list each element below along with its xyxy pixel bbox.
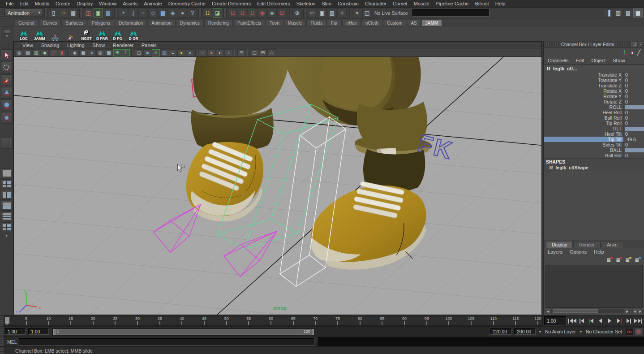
multisample-aa-icon[interactable]: ◐ [216,49,224,56]
grease-frames-icon[interactable]: ▮ [58,49,66,56]
move-layer-down-icon[interactable]: ≣ [614,257,622,263]
scale-tool-button[interactable] [1,112,13,124]
animation-start-field[interactable]: 1.00 [5,328,26,335]
channel-value-field[interactable] [623,104,644,110]
shelf-tab-polygons[interactable]: Polygons [88,20,114,26]
bookmark-icon[interactable]: ◆ [41,49,49,56]
range-slider-grip[interactable] [0,327,4,337]
channel-value-field[interactable] [623,147,644,153]
create-layer-from-selected-icon[interactable]: ≣ [633,257,640,263]
film-gate-icon[interactable]: ◈ [71,49,79,56]
rotate-tool-button[interactable] [1,99,13,111]
snap-to-view-plane-icon[interactable]: Ω [277,9,287,17]
channel-value-field[interactable]: 0 [623,131,644,137]
channel-box-toggle-icon[interactable]: ▦ [633,9,643,17]
shelf-item-d-or[interactable]: D OR [126,27,141,41]
menu-edit-deformers[interactable]: Edit Deformers [254,1,293,6]
hypershade-persp-layout-button[interactable] [1,222,13,232]
camera-settings-icon[interactable]: ▤ [24,49,32,56]
channel-row-tip-tilt[interactable]: Tip Tilt-49.6 [544,137,644,142]
panel-menu-shading[interactable]: Shading [37,43,63,48]
help-line-icon[interactable]: ? [188,9,197,17]
channel-label[interactable]: Tip Tilt [544,137,623,142]
menu-modify[interactable]: Modify [32,1,52,6]
select-tool-button[interactable] [1,49,13,61]
edit-mode-icon[interactable]: ╱ [637,49,640,56]
animation-preferences-button[interactable] [635,328,643,336]
channel-box-menu-show[interactable]: Show [613,58,632,63]
select-rendering-icon[interactable]: ● [178,9,187,17]
render-current-frame-icon[interactable]: ▣ [318,9,327,17]
select-by-component-type-icon[interactable]: ▩ [103,9,113,17]
depth-of-field-icon[interactable]: ◑ [224,49,232,56]
heads-up-display-icon[interactable]: T [122,49,130,56]
speed-state-icon[interactable]: ◐ [631,49,635,56]
menu-pipeline-cache[interactable]: Pipeline Cache [433,1,472,6]
channel-value-field[interactable]: 0 [623,121,644,126]
shadows-icon[interactable]: ● [186,49,194,56]
menu-constrain[interactable]: Constrain [335,1,362,6]
manipulator-icon[interactable] [621,49,628,56]
layer-list-area[interactable] [545,265,643,308]
snap-to-grid-icon[interactable]: Ω [228,9,237,17]
channel-row-tip-roll[interactable]: Tip Roll0 [544,121,644,126]
snap-to-projected-center-icon[interactable]: ◉ [258,9,267,17]
character-left-leg[interactable] [186,57,290,221]
step-forward-one-frame-button[interactable] [615,317,623,325]
channel-row-translate-x[interactable]: Translate X0 [544,72,644,78]
shelf-tab-fluids[interactable]: Fluids [306,20,326,26]
menu-skin[interactable]: Skin [318,1,334,6]
shape-node-name[interactable]: R_legIk_ctlShape [544,164,644,171]
shelf-tab-animation[interactable]: Animation [147,20,175,26]
range-slider-bar[interactable] [53,329,314,335]
status-line-separator[interactable] [198,9,202,17]
panel-menu-show[interactable]: Show [89,43,109,48]
select-dynamics-icon[interactable]: ◈ [168,9,177,17]
screen-space-ao-icon[interactable]: ◌ [199,49,207,56]
play-forwards-button[interactable] [605,317,614,325]
character-right-leg[interactable] [281,57,431,270]
status-line-separator[interactable] [288,9,291,17]
smooth-shade-icon[interactable]: ■ [143,49,151,56]
render-settings-icon[interactable]: ≡ [337,9,347,17]
shelf-tab-toon[interactable]: Toon [266,20,283,26]
shelf-tab-fur[interactable]: Fur [327,20,342,26]
lock-selection-icon[interactable]: Ω [203,9,212,17]
bounding-box-icon[interactable]: × [152,49,160,56]
shelf-item-d-par[interactable]: D PAR [94,27,110,41]
menu-file[interactable]: File [3,1,17,6]
channel-label[interactable]: Translate Z [544,83,623,88]
tool-settings-toggle-icon[interactable]: ▤ [623,9,633,17]
viewport-3d-view[interactable]: IK [14,57,541,315]
layer-scrollbar-thumb[interactable] [553,309,597,313]
status-line-separator[interactable] [79,9,82,17]
shelf-item-loc[interactable]: LOC [16,27,31,41]
command-line-grip[interactable] [0,337,4,346]
shelf-tab-ncloth[interactable]: nCloth [361,20,382,26]
range-slider[interactable]: 1 120 [52,328,315,336]
help-line-grip[interactable] [0,347,4,354]
menu-animate[interactable]: Animate [141,1,165,6]
menu-bifrost[interactable]: Bifrost [472,1,492,6]
layout-menu-button[interactable]: ▼ [1,233,13,238]
channel-label[interactable]: TILT [544,126,623,131]
current-time-field[interactable]: 1.00 [544,316,567,325]
channel-row-translate-z[interactable]: Translate Z0 [544,83,644,88]
step-back-one-key-button[interactable] [577,317,586,325]
shelf-tab-curves[interactable]: Curves [39,20,61,26]
channel-value-field[interactable] [623,126,644,131]
attribute-editor-toggle-icon[interactable]: ▥ [614,9,623,17]
channel-row-heel-roll[interactable]: Heel Roll0 [544,110,644,115]
select-by-name-icon[interactable]: ◱ [362,9,372,17]
channel-label[interactable]: Heel Tilt [544,131,623,137]
menu-geometry-cache[interactable]: Geometry Cache [165,1,209,6]
select-by-object-type-icon[interactable]: ▣ [94,9,103,17]
layer-tab-anim[interactable]: Anim [601,241,623,248]
step-back-one-frame-button[interactable] [587,317,595,325]
channel-row-rotate-y[interactable]: Rotate Y0 [544,94,644,99]
status-line-separator[interactable] [303,9,306,17]
channel-row-translate-y[interactable]: Translate Y0 [544,78,644,83]
status-line-grip[interactable] [0,8,4,18]
status-line-separator[interactable] [44,9,47,17]
paint-select-tool-button[interactable] [1,74,13,86]
